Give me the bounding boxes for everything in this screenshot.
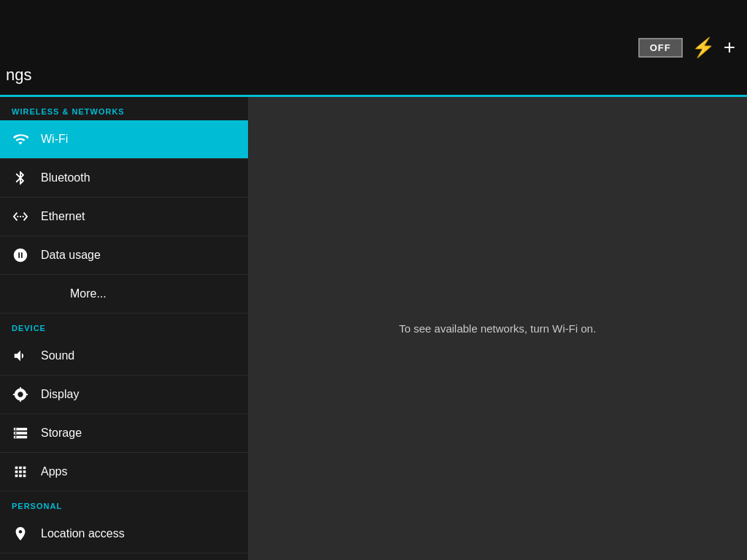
sidebar-item-bluetooth[interactable]: Bluetooth xyxy=(0,159,248,198)
sidebar-item-storage-label: Storage xyxy=(41,427,82,440)
data-usage-icon xyxy=(12,246,29,264)
sidebar-item-data-usage[interactable]: Data usage xyxy=(0,236,248,275)
display-icon xyxy=(12,386,29,403)
page-title: ngs xyxy=(6,66,31,85)
bluetooth-icon xyxy=(12,169,29,187)
main-area: WIRELESS & NETWORKS Wi-Fi Bluetooth xyxy=(0,97,747,560)
ethernet-icon xyxy=(12,208,29,225)
sidebar-item-apps[interactable]: Apps xyxy=(0,453,248,491)
sidebar-item-bluetooth-label: Bluetooth xyxy=(41,171,90,184)
sidebar-item-storage[interactable]: Storage xyxy=(0,414,248,453)
sidebar-item-more[interactable]: More... xyxy=(0,275,248,314)
sidebar-item-location-label: Location access xyxy=(41,527,125,540)
sidebar-item-display[interactable]: Display xyxy=(0,376,248,414)
sidebar-item-ethernet-label: Ethernet xyxy=(41,210,85,223)
sound-icon xyxy=(12,347,29,365)
wifi-off-message: To see available networks, turn Wi-Fi on… xyxy=(399,322,596,335)
section-label-wireless: WIRELESS & NETWORKS xyxy=(0,97,248,120)
sidebar-item-wifi-label: Wi-Fi xyxy=(41,133,68,146)
sidebar-item-wifi[interactable]: Wi-Fi xyxy=(0,120,248,159)
sidebar: WIRELESS & NETWORKS Wi-Fi Bluetooth xyxy=(0,97,248,560)
sidebar-item-more-label: More... xyxy=(41,287,107,300)
section-label-device: DEVICE xyxy=(0,314,248,337)
section-label-personal: PERSONAL xyxy=(0,491,248,515)
apps-icon xyxy=(12,463,29,481)
more-icon xyxy=(12,285,29,303)
lightning-icon[interactable]: ⚡ xyxy=(692,36,715,59)
top-bar: ngs OFF ⚡ + xyxy=(0,0,747,95)
add-icon[interactable]: + xyxy=(724,36,735,59)
location-icon xyxy=(12,525,29,542)
wifi-icon xyxy=(12,131,29,148)
sidebar-item-location[interactable]: Location access xyxy=(0,515,248,553)
storage-icon xyxy=(12,424,29,442)
sidebar-item-display-label: Display xyxy=(41,388,79,401)
sidebar-item-sound-label: Sound xyxy=(41,349,74,362)
sidebar-item-data-usage-label: Data usage xyxy=(41,249,101,262)
sidebar-item-apps-label: Apps xyxy=(41,465,67,478)
content-area: To see available networks, turn Wi-Fi on… xyxy=(248,97,747,560)
sidebar-item-ethernet[interactable]: Ethernet xyxy=(0,198,248,236)
wifi-toggle-button[interactable]: OFF xyxy=(638,38,683,58)
sidebar-item-sound[interactable]: Sound xyxy=(0,337,248,376)
